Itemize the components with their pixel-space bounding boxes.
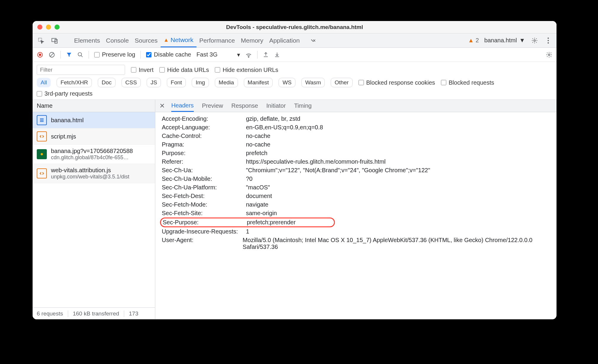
filter-chip-wasm[interactable]: Wasm bbox=[301, 78, 325, 87]
detail-tab-preview[interactable]: Preview bbox=[202, 100, 223, 112]
filter-chip-other[interactable]: Other bbox=[331, 78, 353, 87]
svg-line-10 bbox=[50, 53, 54, 57]
svg-point-6 bbox=[548, 42, 549, 43]
more-tabs-icon[interactable] bbox=[309, 36, 317, 45]
tab-sources[interactable]: Sources bbox=[132, 33, 161, 47]
search-icon[interactable] bbox=[77, 52, 83, 58]
header-row: User-Agent:Mozilla/5.0 (Macintosh; Intel… bbox=[162, 236, 557, 251]
inspect-element-icon[interactable] bbox=[37, 36, 45, 45]
header-row: Upgrade-Insecure-Requests:1 bbox=[162, 227, 557, 236]
export-har-icon[interactable] bbox=[263, 52, 269, 58]
filter-chip-media[interactable]: Media bbox=[215, 78, 238, 87]
third-party-checkbox[interactable]: 3rd-party requests bbox=[37, 90, 92, 97]
filter-chip-manifest[interactable]: Manifest bbox=[244, 78, 273, 87]
device-toolbar-icon[interactable] bbox=[50, 36, 59, 45]
tab-application[interactable]: Application bbox=[266, 33, 303, 47]
header-name: Accept-Encoding: bbox=[162, 115, 246, 122]
image-thumbnail-icon bbox=[37, 149, 47, 159]
request-row[interactable]: web-vitals.attribution.jsunpkg.com/web-v… bbox=[33, 164, 155, 183]
hide-extension-urls-checkbox[interactable]: Hide extension URLs bbox=[215, 67, 278, 73]
header-row: Accept-Language:en-GB,en-US;q=0.9,en;q=0… bbox=[162, 123, 557, 132]
header-name: Sec-Ch-Ua: bbox=[162, 167, 246, 174]
header-row: Sec-Ch-Ua-Platform:"macOS" bbox=[162, 183, 557, 192]
request-domain: unpkg.com/web-vitals@3.5.1/dist bbox=[51, 174, 129, 180]
request-row[interactable]: banana.html bbox=[33, 112, 155, 128]
invert-checkbox[interactable]: Invert bbox=[131, 67, 154, 73]
frame-label: banana.html bbox=[484, 37, 517, 44]
hide-data-urls-checkbox[interactable]: Hide data URLs bbox=[159, 67, 209, 73]
status-requests: 6 requests bbox=[37, 310, 68, 317]
warning-icon: ▲ bbox=[164, 37, 169, 43]
blocked-requests-checkbox[interactable]: Blocked requests bbox=[441, 79, 494, 86]
kebab-menu-icon[interactable] bbox=[544, 36, 552, 45]
filter-chip-font[interactable]: Font bbox=[167, 78, 186, 87]
throttling-selector[interactable]: Fast 3G ▾ bbox=[196, 51, 240, 58]
request-name: script.mjs bbox=[51, 133, 76, 140]
svg-point-4 bbox=[548, 37, 549, 38]
tab-label: Network bbox=[170, 36, 193, 44]
filter-chip-all[interactable]: All bbox=[37, 78, 51, 87]
blocked-requests-label: Blocked requests bbox=[449, 79, 494, 86]
request-list: banana.htmlscript.mjsbanana.jpg?v=170566… bbox=[33, 112, 155, 307]
tab-elements[interactable]: Elements bbox=[71, 33, 103, 47]
request-domain: cdn.glitch.global/87b4c0fe-655… bbox=[51, 154, 133, 161]
filter-chip-doc[interactable]: Doc bbox=[98, 78, 116, 87]
blocked-response-cookies-label: Blocked response cookies bbox=[366, 79, 435, 86]
blocked-response-cookies-checkbox[interactable]: Blocked response cookies bbox=[359, 79, 435, 86]
header-name: User-Agent: bbox=[162, 237, 243, 250]
filter-bar: Invert Hide data URLs Hide extension URL… bbox=[33, 62, 557, 100]
requests-pane: Name banana.htmlscript.mjsbanana.jpg?v=1… bbox=[33, 100, 155, 319]
header-value: 1 bbox=[246, 228, 249, 235]
script-icon bbox=[37, 168, 47, 178]
close-details-icon[interactable]: ✕ bbox=[159, 102, 165, 110]
detail-tab-timing[interactable]: Timing bbox=[294, 100, 311, 112]
tab-memory[interactable]: Memory bbox=[238, 33, 266, 47]
tab-console[interactable]: Console bbox=[103, 33, 132, 47]
disable-cache-label: Disable cache bbox=[154, 51, 191, 58]
headers-panel[interactable]: Accept-Encoding:gzip, deflate, br, zstdA… bbox=[155, 112, 557, 319]
svg-point-5 bbox=[548, 40, 549, 41]
filter-chip-fetchxhr[interactable]: Fetch/XHR bbox=[57, 78, 92, 87]
preserve-log-checkbox[interactable]: Preserve log bbox=[94, 51, 135, 58]
record-button[interactable] bbox=[37, 51, 43, 58]
svg-point-18 bbox=[41, 153, 43, 155]
invert-label: Invert bbox=[139, 67, 154, 73]
clear-button[interactable] bbox=[49, 51, 55, 58]
request-row[interactable]: banana.jpg?v=1705668720588cdn.glitch.glo… bbox=[33, 145, 155, 164]
panel-settings-icon[interactable] bbox=[546, 51, 552, 58]
svg-rect-1 bbox=[52, 38, 56, 41]
filter-chip-ws[interactable]: WS bbox=[279, 78, 295, 87]
header-row: Sec-Fetch-Dest:document bbox=[162, 192, 557, 200]
detail-tab-headers[interactable]: Headers bbox=[171, 100, 194, 112]
warning-icon: ▲ bbox=[468, 37, 474, 44]
header-value: Mozilla/5.0 (Macintosh; Intel Mac OS X 1… bbox=[243, 237, 557, 250]
tab-label: Console bbox=[106, 37, 129, 44]
request-row[interactable]: script.mjs bbox=[33, 128, 155, 145]
filter-icon[interactable] bbox=[66, 52, 72, 58]
titlebar: DevTools - speculative-rules.glitch.me/b… bbox=[33, 21, 557, 33]
import-har-icon[interactable] bbox=[274, 52, 280, 58]
filter-chip-js[interactable]: JS bbox=[147, 78, 161, 87]
header-value: prefetch bbox=[246, 150, 267, 157]
header-value: ?0 bbox=[246, 175, 252, 182]
filter-input[interactable] bbox=[37, 65, 125, 75]
name-column-header[interactable]: Name bbox=[33, 100, 155, 112]
detail-tab-initiator[interactable]: Initiator bbox=[266, 100, 286, 112]
issues-count: 2 bbox=[476, 37, 479, 44]
frame-selector[interactable]: banana.html ▼ bbox=[484, 37, 525, 44]
filter-chip-img[interactable]: Img bbox=[192, 78, 209, 87]
header-row: Sec-Fetch-Mode:navigate bbox=[162, 200, 557, 209]
status-bar: 6 requests 160 kB transferred 173 bbox=[33, 307, 155, 319]
tab-performance[interactable]: Performance bbox=[196, 33, 238, 47]
tab-network[interactable]: ▲Network bbox=[161, 33, 196, 47]
request-name: banana.html bbox=[51, 117, 84, 124]
settings-icon[interactable] bbox=[530, 36, 539, 45]
header-name: Accept-Language: bbox=[162, 124, 246, 131]
header-name: Sec-Ch-Ua-Platform: bbox=[162, 184, 246, 191]
header-row: Cache-Control:no-cache bbox=[162, 132, 557, 140]
network-conditions-icon[interactable] bbox=[245, 51, 252, 58]
filter-chip-css[interactable]: CSS bbox=[121, 78, 141, 87]
detail-tab-response[interactable]: Response bbox=[231, 100, 258, 112]
issues-badge[interactable]: ▲ 2 bbox=[468, 37, 479, 44]
disable-cache-checkbox[interactable]: Disable cache bbox=[146, 51, 191, 58]
